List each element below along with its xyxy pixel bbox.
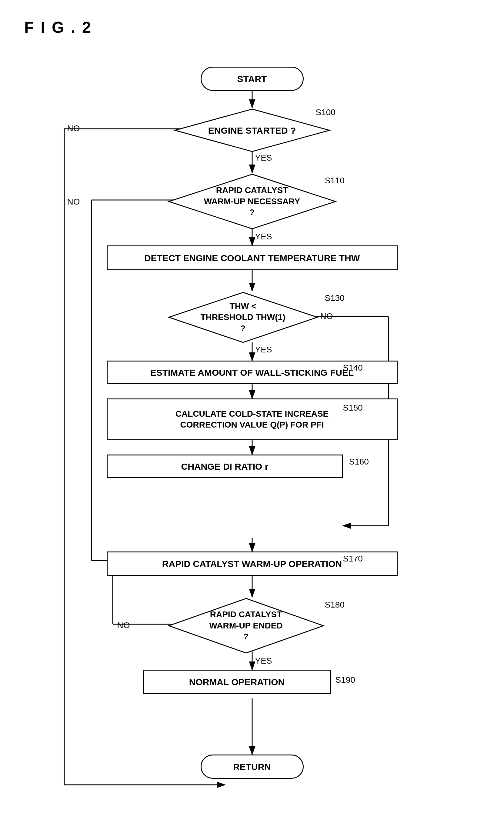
s120-text: DETECT ENGINE COOLANT TEMPERATURE THW [144, 252, 360, 264]
s130-decision: THW <THRESHOLD THW(1)? [167, 291, 319, 344]
s110-decision: RAPID CATALYSTWARM-UP NECESSARY? [167, 173, 337, 230]
return-label: RETURN [233, 761, 271, 773]
s130-no: NO [320, 311, 333, 321]
s110-yes: YES [255, 232, 272, 241]
s100-no: NO [67, 124, 80, 133]
s130-yes: YES [255, 345, 272, 355]
svg-marker-25 [169, 174, 336, 229]
s150-label: S150 [343, 403, 363, 413]
s180-label: S180 [325, 600, 344, 610]
s100-decision: ENGINE STARTED ? [173, 108, 331, 153]
s190-process: NORMAL OPERATION [143, 670, 331, 694]
s180-decision: RAPID CATALYSTWARM-UP ENDED? [167, 597, 325, 654]
s190-label: S190 [336, 675, 355, 685]
s180-yes: YES [255, 656, 272, 666]
s100-yes: YES [255, 153, 272, 163]
s120-process: DETECT ENGINE COOLANT TEMPERATURE THW [107, 245, 398, 270]
s170-label: S170 [343, 554, 363, 564]
s140-label: S140 [343, 363, 363, 373]
s140-text: ESTIMATE AMOUNT OF WALL-STICKING FUEL [150, 367, 354, 379]
flowchart: START S100 ENGINE STARTED ? YES NO S110 [25, 48, 479, 821]
start-label: START [237, 73, 267, 85]
page: F I G . 2 [0, 0, 504, 833]
svg-marker-27 [169, 598, 323, 653]
s160-text: CHANGE DI RATIO r [181, 460, 268, 472]
s180-no: NO [117, 621, 130, 630]
s170-text: RAPID CATALYST WARM-UP OPERATION [162, 558, 342, 570]
figure-label: F I G . 2 [24, 18, 480, 37]
s160-label: S160 [349, 457, 369, 467]
s160-process: CHANGE DI RATIO r [107, 454, 343, 478]
svg-marker-24 [175, 109, 330, 151]
s110-no: NO [67, 197, 80, 207]
return-terminal: RETURN [201, 755, 304, 779]
start-terminal: START [201, 67, 304, 91]
svg-marker-26 [169, 292, 317, 342]
s190-text: NORMAL OPERATION [189, 676, 285, 688]
s130-label: S130 [325, 293, 344, 303]
s150-text: CALCULATE COLD-STATE INCREASECORRECTION … [175, 408, 329, 431]
